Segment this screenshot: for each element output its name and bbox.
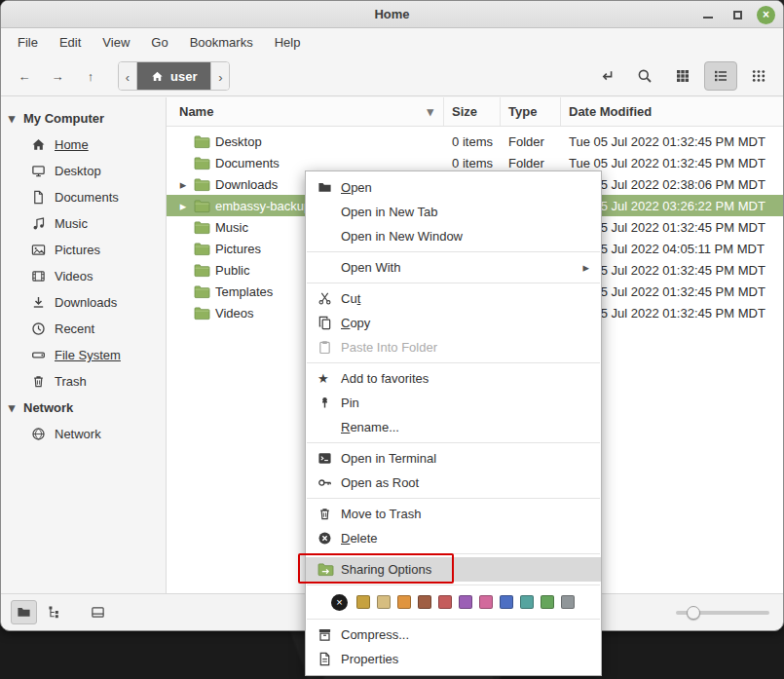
file-row-desktop[interactable]: Desktop0 itemsFolderTue 05 Jul 2022 01:3…: [167, 131, 783, 152]
sidebar-item-documents[interactable]: Documents: [1, 184, 166, 210]
folder-color-teal[interactable]: [520, 595, 534, 609]
sidebar-item-network[interactable]: Network: [1, 421, 166, 447]
folder-color-pink[interactable]: [479, 595, 493, 609]
sidebar-item-label: Music: [55, 216, 88, 231]
menu-item-rename[interactable]: Rename...: [306, 415, 601, 439]
menubar-item-go[interactable]: Go: [140, 31, 178, 54]
folder-color-beige[interactable]: [377, 595, 391, 609]
sidebar-item-trash[interactable]: Trash: [1, 368, 166, 395]
sidebar-item-home[interactable]: Home: [1, 132, 166, 158]
sidebar-item-music[interactable]: Music: [1, 210, 166, 237]
home-icon: [30, 137, 46, 153]
window-controls: ×: [698, 1, 775, 28]
folder-color-purple[interactable]: [459, 595, 472, 609]
menu-separator: [307, 362, 600, 363]
expander-icon[interactable]: ▸: [176, 200, 190, 212]
column-label: Name: [179, 104, 213, 119]
column-header-date-modified[interactable]: Date Modified: [561, 97, 783, 126]
delete-circle-icon: [317, 531, 341, 547]
sidebar-item-label: Recent: [55, 321, 94, 336]
menu-item-add-to-favorites[interactable]: ★Add to favorites: [306, 366, 601, 391]
sidebar-item-file-system[interactable]: File System: [1, 342, 166, 368]
desktop-icon: [30, 164, 46, 179]
sidebar-item-desktop[interactable]: Desktop: [1, 158, 166, 184]
folder-color-gold[interactable]: [356, 595, 370, 609]
menubar-item-help[interactable]: Help: [264, 31, 312, 54]
column-header-type[interactable]: Type: [501, 97, 561, 126]
menu-item-open-in-new-window[interactable]: Open in New Window: [306, 224, 601, 248]
sidebar-section-my-computer[interactable]: ▾My Computer: [1, 105, 166, 132]
toolbar: ←→↑ ‹user›: [1, 57, 783, 96]
compact-view-button[interactable]: [742, 61, 775, 91]
list-view-icon: [713, 68, 728, 84]
forward-button[interactable]: →: [42, 61, 73, 91]
sidebar-item-videos[interactable]: Videos: [1, 263, 166, 289]
trash-icon: [317, 507, 341, 522]
sidebar-item-downloads[interactable]: Downloads: [1, 289, 166, 316]
menubar-item-edit[interactable]: Edit: [49, 31, 92, 54]
maximize-icon: [733, 11, 742, 19]
folder-color-red[interactable]: [438, 595, 452, 609]
menu-item-copy[interactable]: Copy: [306, 311, 601, 335]
search-button[interactable]: [628, 61, 661, 91]
menubar-item-view[interactable]: View: [92, 31, 140, 54]
menu-item-open[interactable]: Open: [306, 175, 601, 200]
clear-folder-color-button[interactable]: ×: [331, 594, 348, 611]
show-places-toggle[interactable]: [11, 600, 37, 624]
menubar-item-file[interactable]: File: [7, 31, 49, 54]
folder-color-gray[interactable]: [561, 595, 575, 609]
menubar-item-bookmarks[interactable]: Bookmarks: [179, 31, 264, 54]
menu-item-delete[interactable]: Delete: [306, 526, 601, 550]
menu-item-cut[interactable]: Cut: [306, 286, 601, 311]
scissors-icon: [317, 291, 341, 307]
close-button[interactable]: ×: [757, 6, 775, 24]
menu-item-compress[interactable]: Compress...: [306, 622, 601, 647]
menu-item-open-in-new-tab[interactable]: Open in New Tab: [306, 200, 601, 224]
sidebar-section-network[interactable]: ▾Network: [1, 395, 166, 421]
minimize-button[interactable]: [698, 5, 718, 24]
sidebar-item-label: Pictures: [55, 243, 100, 257]
folder-icon: [194, 284, 211, 299]
context-menu: OpenOpen in New TabOpen in New WindowOpe…: [305, 170, 602, 676]
copy-icon: [317, 316, 341, 331]
toolbar-view-buttons: [590, 61, 775, 91]
sidebar-item-recent[interactable]: Recent: [1, 316, 166, 342]
menu-item-open-with[interactable]: Open With▸: [306, 255, 601, 280]
titlebar[interactable]: Home ×: [1, 1, 783, 28]
menu-item-move-to-trash[interactable]: Move to Trash: [306, 502, 601, 526]
folder-color-orange[interactable]: [397, 595, 411, 609]
breadcrumb-next-button[interactable]: ›: [210, 62, 229, 90]
menu-item-sharing-options[interactable]: Sharing Options: [306, 557, 601, 582]
expander-icon[interactable]: ▸: [176, 178, 190, 191]
minimize-icon: [703, 17, 713, 19]
menu-item-open-in-terminal[interactable]: Open in Terminal: [306, 446, 601, 471]
breadcrumb-current-folder[interactable]: user: [137, 62, 210, 90]
menu-item-open-as-root[interactable]: Open as Root: [306, 471, 601, 495]
sidebar-item-pictures[interactable]: Pictures: [1, 237, 166, 263]
toggle-location-entry-button[interactable]: [590, 61, 623, 91]
breadcrumb-prev-button[interactable]: ‹: [119, 62, 137, 90]
zoom-slider-handle[interactable]: [687, 606, 700, 620]
menu-item-paste-into-folder[interactable]: Paste Into Folder: [306, 335, 601, 359]
icon-view-button[interactable]: [666, 61, 699, 91]
column-header-name[interactable]: Name▾: [167, 97, 444, 126]
sidebar-section-label: My Computer: [23, 111, 104, 126]
back-button[interactable]: ←: [9, 61, 40, 91]
menu-item-properties[interactable]: Properties: [306, 647, 601, 671]
downloads-icon: [30, 295, 46, 311]
column-header-size[interactable]: Size: [444, 97, 501, 126]
menu-item-label: Cut: [341, 291, 591, 306]
list-view-button[interactable]: [704, 61, 737, 91]
show-terminal-toggle[interactable]: [85, 600, 111, 624]
sidebar-item-label: Home: [55, 137, 89, 152]
show-treeview-toggle[interactable]: [41, 600, 67, 624]
sidebar-toggle-buttons: [11, 600, 111, 624]
zoom-slider[interactable]: [676, 603, 769, 622]
folder-color-green[interactable]: [541, 595, 554, 609]
folder-color-brown[interactable]: [418, 595, 431, 609]
maximize-button[interactable]: [728, 5, 747, 24]
menu-item-pin[interactable]: Pin: [306, 391, 601, 415]
up-button[interactable]: ↑: [75, 61, 106, 91]
folder-color-blue[interactable]: [500, 595, 513, 609]
menu-separator: [307, 498, 600, 499]
